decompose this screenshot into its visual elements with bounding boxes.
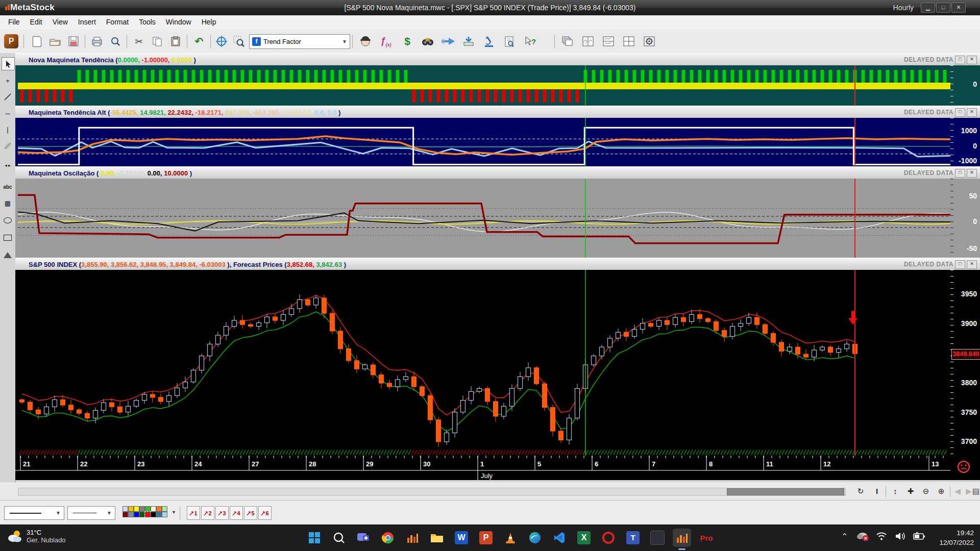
color-swatch[interactable] xyxy=(156,512,162,517)
save-button[interactable] xyxy=(65,34,82,49)
panel-close-button[interactable]: ✕ xyxy=(967,108,977,117)
expert-advisor-button[interactable] xyxy=(357,34,374,49)
downloader-button[interactable] xyxy=(460,34,477,49)
weather-widget[interactable]: 31°C Ger. Nublado xyxy=(7,529,66,544)
menu-window[interactable]: Window xyxy=(161,15,197,29)
panel-maximize-button[interactable]: □ xyxy=(955,56,965,64)
layout-template-button-1[interactable]: 1 xyxy=(187,506,200,520)
menu-insert[interactable]: Insert xyxy=(73,15,101,29)
fit-vertical-button[interactable]: ↕ xyxy=(888,485,902,497)
indicator-builder-button[interactable]: ƒ(x) xyxy=(378,34,394,49)
microscope-button[interactable] xyxy=(481,34,497,49)
menu-help[interactable]: Help xyxy=(197,15,222,29)
cut-button[interactable]: ✂ xyxy=(131,34,147,49)
print-preview-button[interactable] xyxy=(107,34,124,49)
tile-horizontal-button[interactable] xyxy=(600,34,617,49)
color-swatch[interactable] xyxy=(122,512,128,517)
color-swatch[interactable] xyxy=(134,512,139,517)
color-swatch[interactable] xyxy=(162,506,167,512)
scrollbar-thumb[interactable] xyxy=(727,488,844,495)
taskbar-app-excel[interactable]: X xyxy=(575,529,593,547)
taskbar-app-dark-app[interactable] xyxy=(648,529,667,547)
copy-button[interactable] xyxy=(149,34,165,49)
taskbar-app-chrome[interactable] xyxy=(379,529,397,547)
close-button[interactable]: ✕ xyxy=(951,3,966,13)
panel-maximize-button[interactable]: □ xyxy=(955,169,965,178)
data-window-button[interactable]: ▤ xyxy=(969,485,980,497)
smart-chart-button[interactable] xyxy=(213,34,230,49)
onedrive-error-icon[interactable] xyxy=(856,531,870,542)
layout-template-button-2[interactable]: 2 xyxy=(201,506,214,520)
color-swatch[interactable] xyxy=(134,506,139,512)
panel2-trendalt-chart[interactable] xyxy=(0,118,980,166)
new-chart-button[interactable] xyxy=(29,34,45,49)
line-style-combobox[interactable]: ▼ xyxy=(4,506,64,520)
color-swatch[interactable] xyxy=(151,512,156,517)
color-swatch[interactable] xyxy=(122,506,128,512)
wifi-icon[interactable] xyxy=(876,532,887,541)
layout-template-button-3[interactable]: 3 xyxy=(215,506,229,520)
menu-view[interactable]: View xyxy=(47,15,73,29)
open-button[interactable] xyxy=(47,34,63,49)
menu-format[interactable]: Format xyxy=(101,15,134,29)
bar-spacing-button[interactable]: I xyxy=(870,485,884,497)
color-swatch[interactable] xyxy=(156,506,162,512)
taskbar-clock[interactable]: 19:42 12/07/2022 xyxy=(939,528,974,547)
context-help-button[interactable]: ? xyxy=(522,34,538,49)
layout-template-button-5[interactable]: 5 xyxy=(244,506,257,520)
volume-icon[interactable] xyxy=(894,531,906,541)
zoom-region-button[interactable] xyxy=(231,34,247,49)
tray-chevron-icon[interactable]: ⌃ xyxy=(841,532,848,541)
layout-template-button-4[interactable]: 4 xyxy=(230,506,243,520)
maximize-button[interactable]: □ xyxy=(936,3,950,13)
menu-edit[interactable]: Edit xyxy=(25,15,47,29)
panel-close-button[interactable]: ✕ xyxy=(967,169,977,178)
panel-close-button[interactable]: ✕ xyxy=(967,56,977,64)
template-combobox[interactable]: f Trend Factor ▼ xyxy=(249,34,350,49)
color-swatch[interactable] xyxy=(151,506,156,512)
color-swatch[interactable] xyxy=(139,506,145,512)
dollar-button[interactable]: $ xyxy=(399,34,415,49)
menu-file[interactable]: File xyxy=(3,15,25,29)
palette-dropdown-icon[interactable]: ▼ xyxy=(172,510,176,515)
zoom-in-button[interactable]: ⊕ xyxy=(934,485,948,497)
report-preview-button[interactable] xyxy=(501,34,518,49)
undo-button[interactable]: ↶ xyxy=(191,34,207,49)
color-swatch[interactable] xyxy=(145,512,151,517)
taskbar-app-opera[interactable] xyxy=(599,529,618,547)
taskbar-app-edge[interactable] xyxy=(526,529,544,547)
explorer-binoculars-button[interactable] xyxy=(420,34,436,49)
zoom-out-button[interactable]: ⊖ xyxy=(919,485,933,497)
taskbar-app-pro[interactable]: Pro xyxy=(697,529,716,547)
print-button[interactable] xyxy=(89,34,105,49)
menu-tools[interactable]: Tools xyxy=(134,15,161,29)
color-swatch[interactable] xyxy=(139,512,145,517)
taskbar-app-vlc[interactable] xyxy=(501,529,520,547)
cascade-windows-button[interactable] xyxy=(559,34,576,49)
taskbar-app-explorer[interactable] xyxy=(428,529,446,547)
taskbar-app-teams[interactable]: T xyxy=(624,529,642,547)
panel-maximize-button[interactable]: □ xyxy=(955,108,965,117)
panel3-oscillator-chart[interactable] xyxy=(0,179,980,258)
taskbar-app-metastock[interactable] xyxy=(403,529,422,547)
color-swatch[interactable] xyxy=(145,506,151,512)
taskbar-app-vscode[interactable] xyxy=(550,529,569,547)
paste-button[interactable] xyxy=(167,34,184,49)
taskbar-app-powerpoint[interactable]: P xyxy=(477,529,495,547)
battery-icon[interactable] xyxy=(913,531,926,541)
color-swatch[interactable] xyxy=(128,512,134,517)
color-swatch[interactable] xyxy=(162,512,167,517)
taskbar-app-search[interactable] xyxy=(330,529,348,547)
pan-button[interactable]: ✚ xyxy=(903,485,918,497)
layout-settings-button[interactable] xyxy=(641,34,657,49)
color-swatch[interactable] xyxy=(128,506,134,512)
line-weight-combobox[interactable]: ▼ xyxy=(67,506,115,520)
minimize-button[interactable]: ▁ xyxy=(921,3,935,13)
taskbar-app-word[interactable]: W xyxy=(452,529,471,547)
taskbar-app-metastock-active[interactable] xyxy=(673,529,691,547)
refresh-button[interactable]: ↻ xyxy=(853,485,868,497)
forecaster-button[interactable] xyxy=(440,34,456,49)
panel1-trend-chart[interactable] xyxy=(0,65,980,106)
taskbar-app-chat[interactable] xyxy=(354,529,373,547)
horizontal-scrollbar[interactable] xyxy=(18,488,846,496)
